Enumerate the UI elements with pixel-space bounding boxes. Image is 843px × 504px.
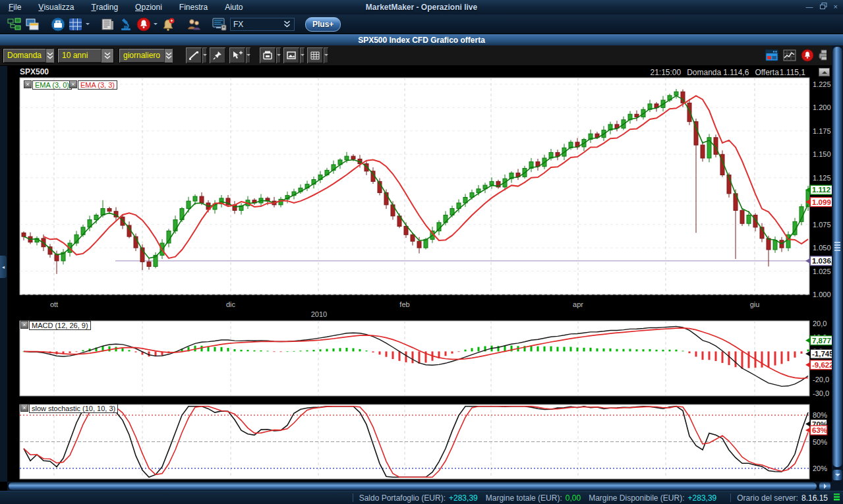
trendline-tool-icon[interactable] — [186, 47, 202, 63]
pin-annotation-tool-icon[interactable] — [210, 47, 225, 63]
news-icon[interactable] — [99, 16, 117, 33]
interval-dropdown[interactable]: giornaliero — [119, 48, 172, 63]
minimize-icon[interactable]: — — [806, 3, 813, 11]
chart-type-icon[interactable] — [782, 49, 797, 62]
window-title: MarketMaker - Operazioni live — [366, 3, 477, 12]
chevron-down-icon[interactable] — [324, 47, 328, 63]
snapshot-image-tool-icon[interactable] — [283, 47, 299, 63]
menu-trading[interactable]: Trading — [82, 0, 127, 14]
server-time-value: 8.16.15 — [801, 493, 828, 503]
svg-text:-1,745: -1,745 — [812, 350, 832, 358]
marketmaker-window: File Visualizza Trading Opzioni Finestra… — [0, 0, 843, 504]
quote-time: 21:15:00 — [650, 68, 681, 77]
print-icon[interactable] — [818, 49, 827, 62]
vertical-scrollbar[interactable] — [832, 45, 843, 482]
horizontal-scrollbar[interactable] — [7, 482, 832, 491]
svg-text:7,877: 7,877 — [812, 337, 831, 345]
scroll-down-arrow-icon[interactable] — [832, 470, 842, 480]
legend-label: EMA (3, 0) — [32, 80, 72, 90]
fx-market-select[interactable]: FX — [230, 18, 295, 31]
chart-window-title[interactable]: SPX500 Index CFD Grafico offerta — [0, 34, 843, 45]
quote-panel-icon[interactable] — [765, 49, 779, 62]
status-bar: Saldo Portafoglio (EUR): +283,39 Margine… — [0, 491, 843, 504]
svg-text:80%: 80% — [813, 411, 827, 419]
ask-label: Offerta — [755, 68, 778, 77]
menu-opzioni[interactable]: Opzioni — [127, 0, 171, 14]
server-time-label: Orario del server: — [737, 493, 798, 503]
chevron-down-icon[interactable] — [300, 47, 305, 63]
close-icon[interactable]: × — [20, 321, 28, 329]
range-value: 10 anni — [58, 49, 101, 63]
svg-text:63%: 63% — [812, 426, 827, 434]
saldo-value: +283,39 — [449, 493, 478, 503]
margine-disponibile-label: Margine Disponibile (EUR): — [589, 493, 684, 503]
panel-expand-handle[interactable]: ◂ — [0, 256, 7, 278]
svg-text:20,0: 20,0 — [813, 320, 827, 327]
plus-button[interactable]: Plus+ — [305, 17, 341, 32]
svg-text:1.175: 1.175 — [813, 127, 831, 135]
left-collapsed-panel-strip: ◂ — [0, 66, 7, 482]
horizontal-scrollbar-thumb[interactable] — [9, 482, 817, 490]
menu-file[interactable]: File — [0, 0, 30, 14]
alert-bell-icon[interactable] — [134, 16, 152, 33]
ask-value: 1.115,1 — [780, 68, 805, 77]
bid-label: Domanda — [687, 68, 721, 77]
price-axis-scroll-button[interactable] — [819, 68, 830, 76]
chevron-down-icon[interactable] — [202, 47, 207, 63]
contacts-icon[interactable] — [185, 16, 202, 33]
chevron-down-icon[interactable] — [276, 47, 281, 63]
pan-hand-tool-icon[interactable] — [229, 47, 245, 63]
menu-aiuto[interactable]: Aiuto — [216, 0, 251, 14]
chart-canvas[interactable]: 1.2251.2001.1751.1501.1251.1001.0751.050… — [7, 66, 832, 482]
restore-icon[interactable] — [820, 3, 827, 11]
scrollbar-corner — [832, 482, 843, 491]
svg-text:-30,0: -30,0 — [813, 389, 829, 397]
org-tree-icon[interactable] — [5, 16, 23, 33]
chevron-double-down-icon — [283, 20, 291, 28]
chevron-down-icon[interactable] — [152, 16, 159, 33]
svg-text:-20,0: -20,0 — [813, 376, 829, 383]
price-type-dropdown[interactable]: Domanda — [3, 48, 53, 63]
chevron-double-down-icon — [101, 49, 113, 63]
menu-finestra[interactable]: Finestra — [171, 0, 216, 14]
chevron-down-icon[interactable] — [84, 16, 91, 33]
fx-select-value: FX — [233, 20, 243, 29]
bid-value: 1.114,6 — [723, 68, 749, 77]
svg-text:dic: dic — [226, 300, 236, 308]
legend-label: EMA (3, 3) — [78, 80, 117, 90]
analysis-microscope-icon[interactable] — [117, 16, 134, 33]
new-alert-icon[interactable] — [159, 16, 177, 33]
svg-text:1.025: 1.025 — [813, 267, 831, 275]
main-toolbar: FX Plus+ — [0, 14, 843, 34]
close-icon[interactable]: × — [834, 3, 838, 11]
tile-windows-icon[interactable] — [23, 16, 41, 33]
legend-label: MACD (12, 26, 9) — [29, 321, 91, 330]
svg-text:ott: ott — [50, 300, 58, 308]
market-terminal-icon[interactable] — [210, 16, 228, 33]
chart-alert-bell-icon[interactable] — [800, 49, 815, 62]
svg-text:1.200: 1.200 — [813, 103, 831, 111]
portfolio-icon[interactable] — [49, 16, 67, 33]
chevron-double-down-icon — [164, 49, 173, 63]
close-icon[interactable]: × — [20, 404, 28, 412]
interval-value: giornaliero — [119, 49, 164, 63]
legend-label: slow stochastic (10, 10, 3) — [29, 404, 118, 413]
chevron-double-down-icon — [45, 49, 54, 63]
close-icon[interactable]: × — [69, 80, 77, 88]
quote-readout: 21:15:00 Domanda1.114,6 Offerta1.115,1 — [650, 68, 805, 77]
range-dropdown[interactable]: 10 anni — [57, 48, 114, 63]
vertical-scrollbar-thumb[interactable] — [832, 47, 842, 467]
copy-clipboard-tool-icon[interactable] — [260, 47, 276, 63]
scroll-right-arrow-icon[interactable] — [819, 482, 830, 490]
close-icon[interactable]: × — [24, 80, 32, 88]
svg-text:1.036,: 1.036, — [812, 257, 832, 265]
menu-visualizza[interactable]: Visualizza — [30, 0, 82, 14]
chevron-down-icon[interactable] — [246, 47, 250, 63]
watchlist-grid-icon[interactable] — [67, 16, 84, 33]
data-grid-tool-icon[interactable] — [307, 47, 323, 63]
margine-disponibile-value: +283,39 — [688, 493, 717, 503]
connection-status-icon — [833, 493, 840, 503]
saldo-label: Saldo Portafoglio (EUR): — [359, 493, 446, 503]
macd-plot[interactable] — [20, 321, 809, 396]
chart-toolbar: Domanda 10 anni giornaliero — [0, 45, 832, 66]
